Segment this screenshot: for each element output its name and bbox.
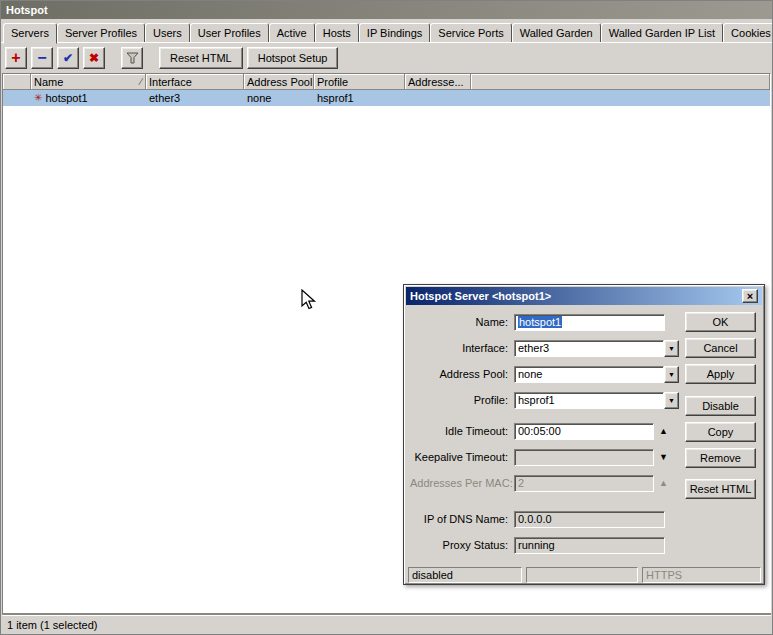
hotspot-window: Hotspot Servers Server Profiles Users Us… <box>0 0 773 635</box>
column-profile[interactable]: Profile <box>314 74 405 90</box>
ok-button[interactable]: OK <box>685 312 756 332</box>
tab-server-profiles[interactable]: Server Profiles <box>57 23 145 43</box>
interface-select[interactable]: ether3 <box>514 340 664 357</box>
proxy-status-label: Proxy Status: <box>410 539 514 551</box>
toolbar: + − ✔ ✖ Reset HTML Hotspot Setup <box>1 43 772 73</box>
collapse-up-icon[interactable]: ▲ <box>659 427 668 436</box>
profile-dropdown-button[interactable]: ▼ <box>664 392 679 409</box>
status-bar: 1 item (1 selected) <box>2 615 771 633</box>
window-title: Hotspot <box>6 4 48 16</box>
column-filler <box>471 74 770 90</box>
dialog-reset-html-button[interactable]: Reset HTML <box>685 479 756 499</box>
interface-dropdown-button[interactable]: ▼ <box>664 340 679 357</box>
row-address-pool-cell: none <box>244 90 314 106</box>
remove-button[interactable]: − <box>31 47 53 69</box>
row-interface-cell: ether3 <box>146 90 244 106</box>
column-address-pool[interactable]: Address Pool <box>244 74 314 90</box>
dialog-titlebar[interactable]: Hotspot Server <hotspot1> × <box>406 287 762 305</box>
sort-ascending-icon: ∕ <box>140 76 142 87</box>
profile-label: Profile: <box>410 394 514 406</box>
expand-down-icon[interactable]: ▼ <box>659 453 668 462</box>
column-addresses[interactable]: Addresse... <box>405 74 471 90</box>
cancel-button[interactable]: Cancel <box>685 338 756 358</box>
status-text: 1 item (1 selected) <box>7 619 97 631</box>
field-row-interface: Interface: ether3 ▼ <box>410 338 679 358</box>
tab-user-profiles[interactable]: User Profiles <box>190 23 269 43</box>
ip-of-dns-name-value: 0.0.0.0 <box>514 511 665 528</box>
reset-html-button[interactable]: Reset HTML <box>159 47 243 69</box>
list-header: Name ∕ Interface Address Pool Profile Ad… <box>3 74 770 90</box>
keepalive-timeout-label: Keepalive Timeout: <box>410 451 514 463</box>
address-pool-select[interactable]: none <box>514 366 664 383</box>
addresses-per-mac-label: Addresses Per MAC: <box>410 477 514 489</box>
addresses-per-mac-input: 2 <box>514 475 654 492</box>
disable-button[interactable]: ✖ <box>83 47 105 69</box>
cross-icon: ✖ <box>89 52 99 64</box>
column-name[interactable]: Name ∕ <box>31 74 146 90</box>
table-row-hotspot1[interactable]: ✳ hotspot1 ether3 none hsprof1 <box>3 90 770 106</box>
field-row-name: Name: hotspot1 <box>410 312 665 332</box>
tab-active[interactable]: Active <box>269 23 315 43</box>
add-button[interactable]: + <box>5 47 27 69</box>
address-pool-dropdown-button[interactable]: ▼ <box>664 366 679 383</box>
row-name-cell: ✳ hotspot1 <box>31 90 146 106</box>
idle-timeout-input[interactable]: 00:05:00 <box>514 423 654 440</box>
chevron-down-icon: ▼ <box>668 371 675 378</box>
tab-servers[interactable]: Servers <box>3 23 57 44</box>
profile-select[interactable]: hsprof1 <box>514 392 664 409</box>
middle-status-box <box>526 567 638 583</box>
apply-button[interactable]: Apply <box>685 364 756 384</box>
tab-bar: Servers Server Profiles Users User Profi… <box>1 19 772 43</box>
field-row-idle-timeout: Idle Timeout: 00:05:00 ▲ <box>410 421 668 441</box>
copy-button[interactable]: Copy <box>685 422 756 442</box>
hotspot-setup-button[interactable]: Hotspot Setup <box>247 47 339 69</box>
tab-ip-bindings[interactable]: IP Bindings <box>359 23 430 43</box>
minus-icon: − <box>37 50 46 66</box>
row-profile-cell: hsprof1 <box>314 90 405 106</box>
window-titlebar[interactable]: Hotspot <box>1 1 772 19</box>
proxy-status-value: running <box>514 537 665 554</box>
row-flag-cell <box>3 90 31 106</box>
https-status-box: HTTPS <box>642 567 761 583</box>
field-row-addresses-per-mac: Addresses Per MAC: 2 ▲ <box>410 473 668 493</box>
field-row-profile: Profile: hsprof1 ▼ <box>410 390 679 410</box>
collapse-up-icon[interactable]: ▲ <box>659 479 668 488</box>
close-icon: × <box>747 291 753 302</box>
interface-label: Interface: <box>410 342 514 354</box>
tab-hosts[interactable]: Hosts <box>315 23 359 43</box>
disable-server-button[interactable]: Disable <box>685 396 756 416</box>
hotspot-server-dialog: Hotspot Server <hotspot1> × Name: hotspo… <box>403 284 765 585</box>
field-row-address-pool: Address Pool: none ▼ <box>410 364 679 384</box>
row-addresses-cell <box>405 90 471 106</box>
field-row-proxy-status: Proxy Status: running <box>410 535 665 555</box>
row-filler-cell <box>471 90 770 106</box>
field-row-keepalive-timeout: Keepalive Timeout: ▼ <box>410 447 668 467</box>
tab-walled-garden-ip-list[interactable]: Walled Garden IP List <box>601 23 723 43</box>
check-icon: ✔ <box>63 52 73 64</box>
keepalive-timeout-input <box>514 449 654 466</box>
chevron-down-icon: ▼ <box>668 397 675 404</box>
tab-cookies[interactable]: Cookies <box>723 23 773 43</box>
idle-timeout-label: Idle Timeout: <box>410 425 514 437</box>
plus-icon: + <box>11 50 20 66</box>
tab-walled-garden[interactable]: Walled Garden <box>512 23 601 43</box>
remove-server-button[interactable]: Remove <box>685 448 756 468</box>
address-pool-label: Address Pool: <box>410 368 514 380</box>
close-button[interactable]: × <box>742 289 758 303</box>
name-label: Name: <box>410 316 514 328</box>
field-row-ip-of-dns-name: IP of DNS Name: 0.0.0.0 <box>410 509 665 529</box>
funnel-icon <box>126 52 139 64</box>
disabled-status-box: disabled <box>408 567 522 583</box>
column-flags[interactable] <box>3 74 31 90</box>
ip-of-dns-name-label: IP of DNS Name: <box>410 513 514 525</box>
name-input[interactable]: hotspot1 <box>514 314 665 331</box>
enable-button[interactable]: ✔ <box>57 47 79 69</box>
filter-button[interactable] <box>121 47 143 69</box>
tab-users[interactable]: Users <box>145 23 190 43</box>
hotspot-icon: ✳ <box>34 93 42 103</box>
column-interface[interactable]: Interface <box>146 74 244 90</box>
chevron-down-icon: ▼ <box>668 345 675 352</box>
dialog-title: Hotspot Server <hotspot1> <box>410 290 551 302</box>
tab-service-ports[interactable]: Service Ports <box>430 23 511 43</box>
